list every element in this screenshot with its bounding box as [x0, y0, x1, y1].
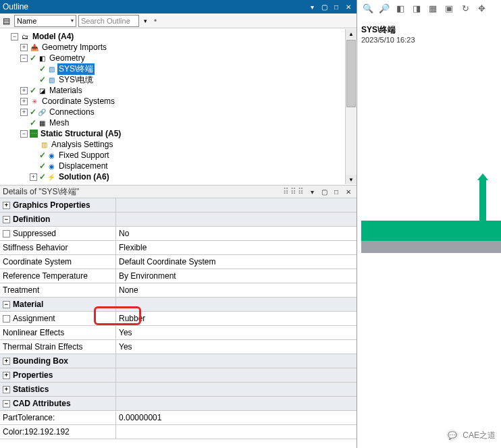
tree-node-sys-terminal[interactable]: ✓▧SYS\终端 — [1, 63, 355, 74]
zoom-out-icon[interactable]: 🔎 — [377, 1, 391, 15]
check-icon: ✓ — [39, 75, 46, 84]
pin-icon[interactable]: ▢ — [319, 186, 329, 197]
import-icon: 📥 — [30, 43, 39, 52]
geometry-icon: ◧ — [37, 53, 47, 63]
property-row-assignment[interactable]: AssignmentRubber — [0, 312, 357, 326]
vertical-scrollbar[interactable]: ▲ ▼ — [345, 29, 356, 184]
checkbox[interactable] — [3, 230, 10, 237]
collapse-icon[interactable]: − — [20, 55, 28, 62]
check-icon: ✓ — [39, 150, 46, 160]
category-statistics[interactable]: +Statistics — [0, 383, 357, 397]
close-icon[interactable]: ✕ — [343, 186, 354, 197]
tree-node-model[interactable]: −🗂Model (A4) — [1, 31, 355, 42]
property-row-treatment[interactable]: TreatmentNone — [0, 283, 357, 298]
check-icon: ✓ — [39, 161, 46, 171]
property-row-stiffness[interactable]: Stiffness BehaviorFlexible — [0, 241, 357, 255]
check-icon: ✓ — [30, 86, 36, 95]
maximize-icon[interactable]: □ — [331, 1, 342, 12]
tree-node-mesh[interactable]: ✓▦Mesh — [1, 117, 355, 128]
scroll-thumb[interactable] — [346, 40, 356, 107]
grid-icon[interactable]: ▣ — [442, 1, 456, 15]
property-row-parttolerance[interactable]: PartTolerance:0.00000001 — [0, 411, 357, 425]
expand-icon[interactable]: + — [30, 173, 37, 181]
search-input[interactable]: Search Outline — [78, 15, 139, 27]
property-row-thermal[interactable]: Thermal Strain EffectsYes — [0, 340, 357, 354]
close-icon[interactable]: ✕ — [343, 1, 354, 12]
category-properties[interactable]: +Properties — [0, 368, 357, 383]
dropdown-icon[interactable]: ▾ — [307, 1, 317, 12]
wireframe-icon[interactable]: ▦ — [426, 1, 440, 15]
checkbox[interactable] — [3, 315, 10, 323]
tree-node-coord-systems[interactable]: +✳Coordinate Systems — [1, 96, 355, 107]
tree-node-connections[interactable]: +✓🔗Connections — [1, 107, 355, 117]
body-icon: ▧ — [47, 64, 56, 74]
drag-handle-icon[interactable]: ⠿⠿⠿ — [283, 187, 305, 196]
property-row-nonlinear[interactable]: Nonlinear EffectsYes — [0, 326, 357, 340]
expand-icon[interactable]: + — [20, 109, 28, 116]
scroll-down-icon[interactable]: ▼ — [346, 175, 357, 184]
category-bounding-box[interactable]: +Bounding Box — [0, 354, 357, 368]
filter-icon[interactable]: ▤ — [0, 15, 12, 27]
dot-icon: • — [154, 16, 157, 26]
expand-icon[interactable]: + — [3, 202, 10, 209]
geometry-beam — [361, 221, 501, 241]
highlight-box — [94, 306, 141, 325]
viewer-timestamp: 2023/5/10 16:23 — [361, 36, 415, 44]
pin-icon[interactable]: ▢ — [319, 1, 329, 12]
expand-icon[interactable]: + — [20, 98, 28, 105]
sort-combo[interactable]: Name ▾ — [14, 15, 76, 27]
zoom-in-icon[interactable]: 🔍 — [361, 1, 375, 15]
tree-node-static-structural[interactable]: −⋯Static Structural (A5) — [1, 128, 355, 139]
expand-icon[interactable]: + — [3, 372, 10, 379]
scroll-up-icon[interactable]: ▲ — [346, 29, 357, 38]
tree-node-geometry-imports[interactable]: +📥Geometry Imports — [1, 42, 355, 53]
category-material[interactable]: −Material — [0, 298, 357, 312]
collapse-icon[interactable]: − — [3, 301, 10, 308]
check-icon: ✓ — [30, 118, 36, 128]
collapse-icon[interactable]: − — [3, 216, 10, 223]
details-panel-body: +Graphics Properties −Definition Suppres… — [0, 198, 357, 448]
tree-node-materials[interactable]: +✓◪Materials — [1, 85, 355, 96]
tree-node-solution[interactable]: +✓⚡Solution (A6) — [1, 171, 355, 182]
tree-node-analysis-settings[interactable]: ▥Analysis Settings — [1, 139, 355, 150]
displacement-icon: ◉ — [47, 161, 56, 171]
collapse-icon[interactable]: − — [3, 400, 10, 408]
category-definition[interactable]: −Definition — [0, 213, 357, 227]
analysis-icon: ⋯ — [30, 130, 38, 138]
expand-icon[interactable]: + — [20, 87, 28, 94]
tree-node-sys-cable[interactable]: ✓▧SYS\电缆 — [1, 74, 355, 85]
property-row-ref-temp[interactable]: Reference TemperatureBy Environment — [0, 269, 357, 283]
collapse-icon[interactable]: − — [20, 130, 28, 138]
shaded-icon[interactable]: ◨ — [410, 1, 423, 15]
coord-icon: ✳ — [30, 96, 39, 106]
chevron-down-icon[interactable]: ▾ — [139, 15, 151, 27]
tree-node-fixed-support[interactable]: ✓◉Fixed Support — [1, 150, 355, 161]
tree-node-geometry[interactable]: −✓◧Geometry — [1, 53, 355, 63]
viewer-info: SYS\终端 2023/5/10 16:23 — [361, 24, 415, 44]
check-icon: ✓ — [39, 64, 46, 74]
rotate-icon[interactable]: ↻ — [458, 1, 472, 15]
geometry-spike — [479, 179, 486, 221]
watermark: 💬 CAE之道 — [446, 429, 496, 441]
expand-icon[interactable]: + — [20, 44, 28, 51]
property-row-color[interactable]: Color:192.192.192 — [0, 425, 357, 439]
collapse-icon[interactable]: − — [11, 33, 18, 40]
category-graphics-properties[interactable]: +Graphics Properties — [0, 198, 357, 213]
connections-icon: 🔗 — [37, 107, 47, 117]
isometric-icon[interactable]: ◧ — [394, 1, 407, 15]
graphics-viewer[interactable]: 🔍 🔎 ◧ ◨ ▦ ▣ ↻ ✥ SYS\终端 2023/5/10 16:23 💬… — [357, 0, 501, 448]
fit-icon[interactable]: ✥ — [475, 1, 488, 15]
expand-icon[interactable]: + — [3, 386, 10, 393]
expand-icon[interactable]: + — [3, 358, 10, 365]
tree-node-displacement[interactable]: ✓◉Displacement — [1, 161, 355, 171]
outline-tree: ▲ ▼ −🗂Model (A4) +📥Geometry Imports −✓◧G… — [0, 28, 357, 185]
property-row-suppressed[interactable]: SuppressedNo — [0, 227, 357, 241]
mesh-icon: ▦ — [37, 118, 47, 128]
property-row-coord-system[interactable]: Coordinate SystemDefault Coordinate Syst… — [0, 255, 357, 269]
details-panel-header: Details of "SYS\终端" ⠿⠿⠿ ▾ ▢ □ ✕ — [0, 185, 357, 198]
dropdown-icon[interactable]: ▾ — [307, 186, 317, 197]
category-cad-attributes[interactable]: −CAD Attributes — [0, 397, 357, 411]
maximize-icon[interactable]: □ — [331, 186, 342, 197]
solution-icon: ⚡ — [47, 172, 56, 181]
model-icon: 🗂 — [20, 32, 30, 41]
